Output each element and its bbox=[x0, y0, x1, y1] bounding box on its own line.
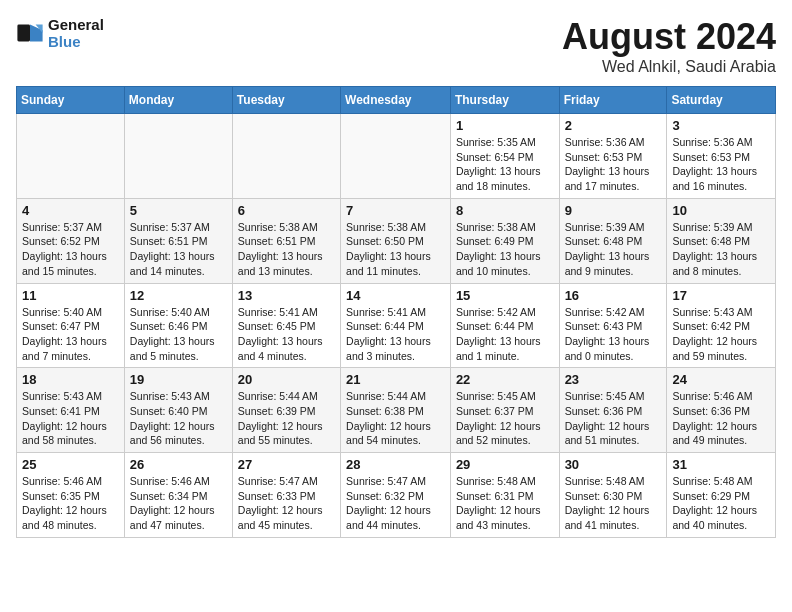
svg-rect-0 bbox=[17, 25, 30, 42]
day-number: 2 bbox=[565, 118, 662, 133]
day-info: Sunrise: 5:45 AM Sunset: 6:37 PM Dayligh… bbox=[456, 389, 554, 448]
calendar-week-3: 11Sunrise: 5:40 AM Sunset: 6:47 PM Dayli… bbox=[17, 283, 776, 368]
weekday-header-wednesday: Wednesday bbox=[341, 87, 451, 114]
day-info: Sunrise: 5:38 AM Sunset: 6:50 PM Dayligh… bbox=[346, 220, 445, 279]
day-info: Sunrise: 5:42 AM Sunset: 6:44 PM Dayligh… bbox=[456, 305, 554, 364]
day-number: 31 bbox=[672, 457, 770, 472]
day-info: Sunrise: 5:46 AM Sunset: 6:35 PM Dayligh… bbox=[22, 474, 119, 533]
day-info: Sunrise: 5:41 AM Sunset: 6:45 PM Dayligh… bbox=[238, 305, 335, 364]
day-info: Sunrise: 5:36 AM Sunset: 6:53 PM Dayligh… bbox=[565, 135, 662, 194]
day-number: 19 bbox=[130, 372, 227, 387]
calendar-cell bbox=[341, 114, 451, 199]
day-number: 10 bbox=[672, 203, 770, 218]
day-info: Sunrise: 5:35 AM Sunset: 6:54 PM Dayligh… bbox=[456, 135, 554, 194]
title-block: August 2024 Wed Alnkil, Saudi Arabia bbox=[562, 16, 776, 76]
day-number: 29 bbox=[456, 457, 554, 472]
calendar-cell: 15Sunrise: 5:42 AM Sunset: 6:44 PM Dayli… bbox=[450, 283, 559, 368]
calendar-cell: 21Sunrise: 5:44 AM Sunset: 6:38 PM Dayli… bbox=[341, 368, 451, 453]
day-info: Sunrise: 5:47 AM Sunset: 6:33 PM Dayligh… bbox=[238, 474, 335, 533]
day-number: 18 bbox=[22, 372, 119, 387]
day-number: 3 bbox=[672, 118, 770, 133]
day-info: Sunrise: 5:48 AM Sunset: 6:30 PM Dayligh… bbox=[565, 474, 662, 533]
weekday-header-thursday: Thursday bbox=[450, 87, 559, 114]
calendar-cell: 14Sunrise: 5:41 AM Sunset: 6:44 PM Dayli… bbox=[341, 283, 451, 368]
calendar-cell: 8Sunrise: 5:38 AM Sunset: 6:49 PM Daylig… bbox=[450, 198, 559, 283]
day-info: Sunrise: 5:48 AM Sunset: 6:31 PM Dayligh… bbox=[456, 474, 554, 533]
calendar-cell: 27Sunrise: 5:47 AM Sunset: 6:33 PM Dayli… bbox=[232, 453, 340, 538]
calendar-cell: 7Sunrise: 5:38 AM Sunset: 6:50 PM Daylig… bbox=[341, 198, 451, 283]
day-info: Sunrise: 5:40 AM Sunset: 6:46 PM Dayligh… bbox=[130, 305, 227, 364]
day-info: Sunrise: 5:47 AM Sunset: 6:32 PM Dayligh… bbox=[346, 474, 445, 533]
logo-text: General Blue bbox=[48, 16, 104, 50]
day-number: 25 bbox=[22, 457, 119, 472]
calendar-cell: 5Sunrise: 5:37 AM Sunset: 6:51 PM Daylig… bbox=[124, 198, 232, 283]
calendar-cell: 2Sunrise: 5:36 AM Sunset: 6:53 PM Daylig… bbox=[559, 114, 667, 199]
day-number: 4 bbox=[22, 203, 119, 218]
day-number: 16 bbox=[565, 288, 662, 303]
day-number: 12 bbox=[130, 288, 227, 303]
weekday-header-sunday: Sunday bbox=[17, 87, 125, 114]
day-number: 22 bbox=[456, 372, 554, 387]
day-number: 17 bbox=[672, 288, 770, 303]
day-info: Sunrise: 5:43 AM Sunset: 6:40 PM Dayligh… bbox=[130, 389, 227, 448]
day-number: 23 bbox=[565, 372, 662, 387]
calendar-cell bbox=[232, 114, 340, 199]
calendar-week-2: 4Sunrise: 5:37 AM Sunset: 6:52 PM Daylig… bbox=[17, 198, 776, 283]
weekday-header-monday: Monday bbox=[124, 87, 232, 114]
calendar-cell: 1Sunrise: 5:35 AM Sunset: 6:54 PM Daylig… bbox=[450, 114, 559, 199]
day-number: 8 bbox=[456, 203, 554, 218]
calendar-cell: 12Sunrise: 5:40 AM Sunset: 6:46 PM Dayli… bbox=[124, 283, 232, 368]
calendar-cell: 4Sunrise: 5:37 AM Sunset: 6:52 PM Daylig… bbox=[17, 198, 125, 283]
calendar-cell: 17Sunrise: 5:43 AM Sunset: 6:42 PM Dayli… bbox=[667, 283, 776, 368]
day-info: Sunrise: 5:42 AM Sunset: 6:43 PM Dayligh… bbox=[565, 305, 662, 364]
day-info: Sunrise: 5:41 AM Sunset: 6:44 PM Dayligh… bbox=[346, 305, 445, 364]
location: Wed Alnkil, Saudi Arabia bbox=[562, 58, 776, 76]
day-info: Sunrise: 5:39 AM Sunset: 6:48 PM Dayligh… bbox=[672, 220, 770, 279]
day-info: Sunrise: 5:38 AM Sunset: 6:49 PM Dayligh… bbox=[456, 220, 554, 279]
calendar-cell: 10Sunrise: 5:39 AM Sunset: 6:48 PM Dayli… bbox=[667, 198, 776, 283]
calendar-cell: 9Sunrise: 5:39 AM Sunset: 6:48 PM Daylig… bbox=[559, 198, 667, 283]
calendar-cell: 24Sunrise: 5:46 AM Sunset: 6:36 PM Dayli… bbox=[667, 368, 776, 453]
day-number: 6 bbox=[238, 203, 335, 218]
day-number: 9 bbox=[565, 203, 662, 218]
day-info: Sunrise: 5:40 AM Sunset: 6:47 PM Dayligh… bbox=[22, 305, 119, 364]
day-info: Sunrise: 5:39 AM Sunset: 6:48 PM Dayligh… bbox=[565, 220, 662, 279]
calendar-week-1: 1Sunrise: 5:35 AM Sunset: 6:54 PM Daylig… bbox=[17, 114, 776, 199]
calendar-cell: 30Sunrise: 5:48 AM Sunset: 6:30 PM Dayli… bbox=[559, 453, 667, 538]
day-info: Sunrise: 5:44 AM Sunset: 6:38 PM Dayligh… bbox=[346, 389, 445, 448]
weekday-header-friday: Friday bbox=[559, 87, 667, 114]
day-number: 14 bbox=[346, 288, 445, 303]
calendar-cell: 25Sunrise: 5:46 AM Sunset: 6:35 PM Dayli… bbox=[17, 453, 125, 538]
day-number: 5 bbox=[130, 203, 227, 218]
logo: General Blue bbox=[16, 16, 104, 50]
day-info: Sunrise: 5:48 AM Sunset: 6:29 PM Dayligh… bbox=[672, 474, 770, 533]
page-header: General Blue August 2024 Wed Alnkil, Sau… bbox=[16, 16, 776, 76]
calendar-cell: 11Sunrise: 5:40 AM Sunset: 6:47 PM Dayli… bbox=[17, 283, 125, 368]
weekday-header-saturday: Saturday bbox=[667, 87, 776, 114]
calendar-week-5: 25Sunrise: 5:46 AM Sunset: 6:35 PM Dayli… bbox=[17, 453, 776, 538]
calendar-cell: 16Sunrise: 5:42 AM Sunset: 6:43 PM Dayli… bbox=[559, 283, 667, 368]
day-number: 20 bbox=[238, 372, 335, 387]
calendar-cell: 19Sunrise: 5:43 AM Sunset: 6:40 PM Dayli… bbox=[124, 368, 232, 453]
calendar-cell bbox=[124, 114, 232, 199]
day-number: 28 bbox=[346, 457, 445, 472]
calendar-cell: 26Sunrise: 5:46 AM Sunset: 6:34 PM Dayli… bbox=[124, 453, 232, 538]
month-title: August 2024 bbox=[562, 16, 776, 58]
calendar-cell: 22Sunrise: 5:45 AM Sunset: 6:37 PM Dayli… bbox=[450, 368, 559, 453]
day-info: Sunrise: 5:46 AM Sunset: 6:36 PM Dayligh… bbox=[672, 389, 770, 448]
day-number: 24 bbox=[672, 372, 770, 387]
day-info: Sunrise: 5:38 AM Sunset: 6:51 PM Dayligh… bbox=[238, 220, 335, 279]
day-info: Sunrise: 5:37 AM Sunset: 6:52 PM Dayligh… bbox=[22, 220, 119, 279]
day-info: Sunrise: 5:45 AM Sunset: 6:36 PM Dayligh… bbox=[565, 389, 662, 448]
day-number: 13 bbox=[238, 288, 335, 303]
day-info: Sunrise: 5:43 AM Sunset: 6:42 PM Dayligh… bbox=[672, 305, 770, 364]
day-number: 7 bbox=[346, 203, 445, 218]
calendar-cell: 6Sunrise: 5:38 AM Sunset: 6:51 PM Daylig… bbox=[232, 198, 340, 283]
day-number: 15 bbox=[456, 288, 554, 303]
calendar-cell: 20Sunrise: 5:44 AM Sunset: 6:39 PM Dayli… bbox=[232, 368, 340, 453]
calendar-cell bbox=[17, 114, 125, 199]
day-number: 1 bbox=[456, 118, 554, 133]
day-number: 11 bbox=[22, 288, 119, 303]
calendar-cell: 31Sunrise: 5:48 AM Sunset: 6:29 PM Dayli… bbox=[667, 453, 776, 538]
calendar-cell: 28Sunrise: 5:47 AM Sunset: 6:32 PM Dayli… bbox=[341, 453, 451, 538]
